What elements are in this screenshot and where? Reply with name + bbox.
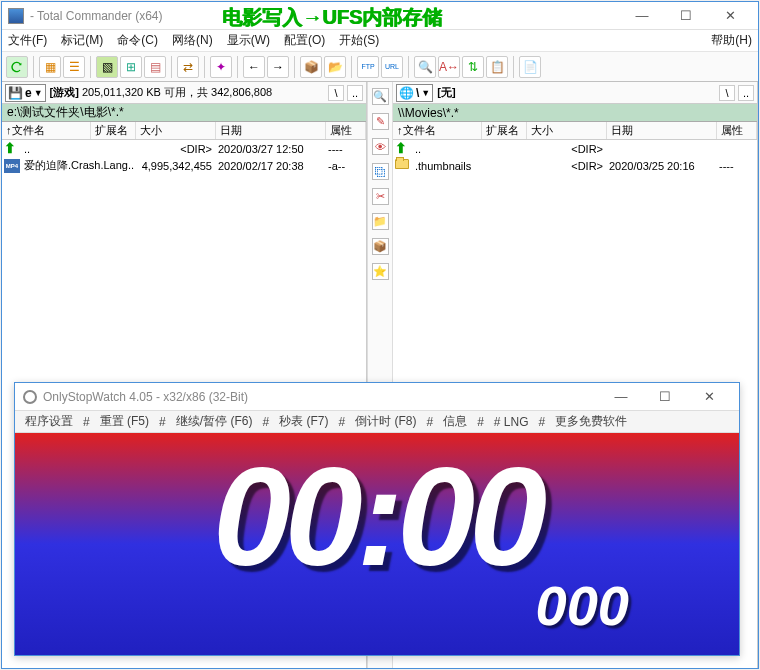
tc-toolbar: ▦ ☰ ▧ ⊞ ▤ ⇄ ✦ ← → 📦 📂 FTP URL 🔍 A↔ ⇅ 📋 📄 — [2, 52, 758, 82]
menu-start[interactable]: 开始(S) — [339, 32, 379, 49]
sw-maximize-button[interactable]: ☐ — [643, 385, 687, 409]
left-up-button[interactable]: .. — [347, 85, 363, 101]
mid-copy-icon[interactable]: ⿻ — [372, 163, 389, 180]
search-button[interactable]: 🔍 — [414, 56, 436, 78]
copy-names-button[interactable]: 📋 — [486, 56, 508, 78]
right-root-button[interactable]: \ — [719, 85, 735, 101]
menu-config[interactable]: 配置(O) — [284, 32, 325, 49]
left-col-size[interactable]: 大小 — [136, 122, 216, 139]
menu-file[interactable]: 文件(F) — [8, 32, 47, 49]
left-root-button[interactable]: \ — [328, 85, 344, 101]
left-header[interactable]: ↑文件名 扩展名 大小 日期 属性 — [2, 122, 366, 140]
multirename-button[interactable]: A↔ — [438, 56, 460, 78]
left-drive-info: [游戏] 205,011,320 KB 可用，共 342,806,808 — [50, 85, 273, 100]
maximize-button[interactable]: ☐ — [664, 4, 708, 28]
sync-button[interactable]: ⇄ — [177, 56, 199, 78]
unpack-button[interactable]: 📂 — [324, 56, 346, 78]
sw-menu-pause[interactable]: 继续/暂停 (F6) — [176, 413, 253, 430]
refresh-button[interactable] — [6, 56, 28, 78]
notepad-button[interactable]: 📄 — [519, 56, 541, 78]
left-col-date[interactable]: 日期 — [216, 122, 326, 139]
left-col-name[interactable]: ↑文件名 — [2, 122, 91, 139]
right-col-date[interactable]: 日期 — [607, 122, 717, 139]
sw-time-ms: 000 — [536, 573, 629, 638]
menu-network[interactable]: 网络(N) — [172, 32, 213, 49]
left-drive-row: 💾e▼ [游戏] 205,011,320 KB 可用，共 342,806,808… — [2, 82, 366, 104]
right-drive-info: [无] — [437, 85, 455, 100]
right-drive-row: 🌐\▼ [无] \ .. — [393, 82, 757, 104]
mid-view-icon[interactable]: 👁 — [372, 138, 389, 155]
view-brief-button[interactable]: ▦ — [39, 56, 61, 78]
back-button[interactable]: ← — [243, 56, 265, 78]
sw-menu-settings[interactable]: 程序设置 — [25, 413, 73, 430]
ftp-button[interactable]: FTP — [357, 56, 379, 78]
list-item[interactable]: ⬆ .. <DIR> 2020/03/27 12:50 ---- — [2, 140, 366, 157]
right-drive-combo[interactable]: 🌐\▼ — [396, 84, 433, 102]
left-col-ext[interactable]: 扩展名 — [91, 122, 136, 139]
tc-title-text: - Total Commander (x64) — [30, 9, 163, 23]
sw-menu-more[interactable]: 更多免费软件 — [555, 413, 627, 430]
close-button[interactable]: ✕ — [708, 4, 752, 28]
wand-button[interactable]: ✦ — [210, 56, 232, 78]
right-header[interactable]: ↑文件名 扩展名 大小 日期 属性 — [393, 122, 757, 140]
right-path[interactable]: \\Movies\*.* — [393, 104, 757, 122]
sw-minimize-button[interactable]: — — [599, 385, 643, 409]
right-col-name[interactable]: ↑文件名 — [393, 122, 482, 139]
mid-search-icon[interactable]: 🔍 — [372, 88, 389, 105]
sync-dirs-button[interactable]: ⇅ — [462, 56, 484, 78]
view-full-button[interactable]: ☰ — [63, 56, 85, 78]
sw-display: 00:00 000 — [15, 433, 739, 655]
sw-menu-reset[interactable]: 重置 (F5) — [100, 413, 149, 430]
right-col-ext[interactable]: 扩展名 — [482, 122, 527, 139]
folder-icon — [395, 159, 411, 173]
forward-button[interactable]: → — [267, 56, 289, 78]
view-tree-button[interactable]: ⊞ — [120, 56, 142, 78]
sw-menubar: 程序设置 # 重置 (F5) # 继续/暂停 (F6) # 秒表 (F7) # … — [15, 411, 739, 433]
overlay-annotation: 电影写入→UFS内部存储 — [222, 4, 442, 31]
minimize-button[interactable]: — — [620, 4, 664, 28]
sw-menu-lng[interactable]: # LNG — [494, 415, 529, 429]
mid-newfolder-icon[interactable]: 📁 — [372, 213, 389, 230]
sw-app-icon — [23, 390, 37, 404]
list-item[interactable]: MP4 爱的迫降.Crash.Lang.. 4,995,342,455 2020… — [2, 157, 366, 174]
left-drive-combo[interactable]: 💾e▼ — [5, 84, 46, 102]
mid-move-icon[interactable]: ✂ — [372, 188, 389, 205]
mid-favorite-icon[interactable]: ⭐ — [372, 263, 389, 280]
tc-menubar: 文件(F) 标记(M) 命令(C) 网络(N) 显示(W) 配置(O) 开始(S… — [2, 30, 758, 52]
up-icon: ⬆ — [4, 142, 20, 156]
list-item[interactable]: ⬆ .. <DIR> — [393, 140, 757, 157]
sw-close-button[interactable]: ✕ — [687, 385, 731, 409]
mp4-icon: MP4 — [4, 159, 20, 173]
up-icon: ⬆ — [395, 142, 411, 156]
sw-menu-info[interactable]: 信息 — [443, 413, 467, 430]
list-item[interactable]: .thumbnails <DIR> 2020/03/25 20:16 ---- — [393, 157, 757, 174]
menu-mark[interactable]: 标记(M) — [61, 32, 103, 49]
menu-help[interactable]: 帮助(H) — [711, 32, 752, 49]
mid-pack-icon[interactable]: 📦 — [372, 238, 389, 255]
sw-menu-stopwatch[interactable]: 秒表 (F7) — [279, 413, 328, 430]
left-path[interactable]: e:\测试文件夹\电影\*.* — [2, 104, 366, 122]
view-custom-button[interactable]: ▤ — [144, 56, 166, 78]
right-col-size[interactable]: 大小 — [527, 122, 607, 139]
right-col-attr[interactable]: 属性 — [717, 122, 757, 139]
sw-time-main: 00:00 — [213, 450, 541, 583]
menu-command[interactable]: 命令(C) — [117, 32, 158, 49]
right-up-button[interactable]: .. — [738, 85, 754, 101]
sw-menu-countdown[interactable]: 倒计时 (F8) — [355, 413, 416, 430]
url-button[interactable]: URL — [381, 56, 403, 78]
sw-title-text: OnlyStopWatch 4.05 - x32/x86 (32-Bit) — [43, 390, 248, 404]
stopwatch-window[interactable]: OnlyStopWatch 4.05 - x32/x86 (32-Bit) — … — [14, 382, 740, 656]
view-thumbs-button[interactable]: ▧ — [96, 56, 118, 78]
tc-titlebar[interactable]: - Total Commander (x64) 电影写入→UFS内部存储 — ☐… — [2, 2, 758, 30]
tc-app-icon — [8, 8, 24, 24]
mid-edit-icon[interactable]: ✎ — [372, 113, 389, 130]
pack-button[interactable]: 📦 — [300, 56, 322, 78]
menu-show[interactable]: 显示(W) — [227, 32, 270, 49]
sw-titlebar[interactable]: OnlyStopWatch 4.05 - x32/x86 (32-Bit) — … — [15, 383, 739, 411]
left-col-attr[interactable]: 属性 — [326, 122, 366, 139]
